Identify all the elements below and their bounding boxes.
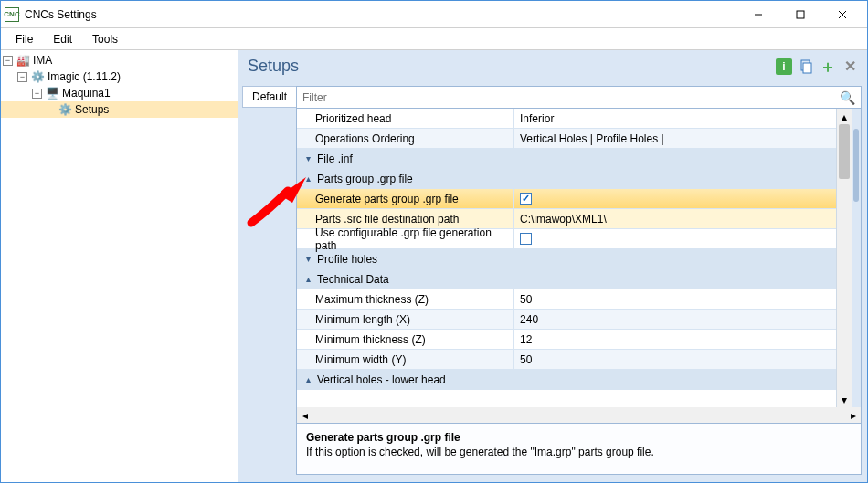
gear-icon: ⚙️ [58, 102, 72, 117]
content-area: Default 🔍 Prioritized head Inferior [238, 82, 867, 482]
cell-value[interactable]: 240 [514, 310, 836, 329]
scroll-track[interactable] [312, 407, 845, 423]
section-parts-group[interactable]: ▴Parts group .grp file [297, 169, 836, 189]
chevron-up-icon[interactable]: ▴ [302, 173, 313, 184]
cell-value[interactable]: 12 [514, 330, 836, 349]
device-icon: 🖥️ [45, 86, 59, 100]
app-icon: CNC [5, 7, 19, 22]
search-icon[interactable]: 🔍 [840, 90, 855, 105]
minimize-button[interactable] [737, 1, 779, 28]
checkbox-checked-icon[interactable] [520, 193, 532, 205]
tree-node-imagic[interactable]: − ⚙️ Imagic (1.11.2) [1, 68, 238, 85]
property-box: 🔍 Prioritized head Inferior Operations O… [296, 86, 862, 475]
cell-value[interactable] [514, 189, 836, 208]
svg-rect-1 [797, 11, 804, 18]
row-prioritized-head[interactable]: Prioritized head Inferior [297, 109, 836, 129]
chevron-up-icon[interactable]: ▴ [302, 374, 313, 384]
row-min-width-y[interactable]: Minimum width (Y) 50 [297, 350, 836, 370]
tab-default[interactable]: Default [242, 86, 296, 108]
scroll-track[interactable] [837, 124, 852, 392]
window-title: CNCs Settings [25, 8, 737, 21]
menu-file[interactable]: File [6, 30, 42, 48]
factory-icon: 🏭 [16, 53, 30, 68]
cell-label: Generate parts group .grp file [297, 189, 514, 208]
menu-bar: File Edit Tools [1, 28, 867, 50]
grid-wrap: Prioritized head Inferior Operations Ord… [297, 109, 861, 407]
copy-button[interactable] [798, 58, 814, 75]
tree-label: Imagic (1.11.2) [48, 70, 121, 83]
description-title: Generate parts group .grp file [306, 431, 852, 444]
tree-node-setups[interactable]: ⚙️ Setups [1, 101, 238, 118]
menu-edit[interactable]: Edit [44, 30, 81, 48]
filter-input[interactable] [302, 91, 840, 104]
cell-label: Minimum width (Y) [297, 350, 514, 369]
row-use-config-path[interactable]: Use configurable .grp file generation pa… [297, 229, 836, 249]
cell-value[interactable] [514, 229, 836, 248]
section-file-inf[interactable]: ▾File .inf [297, 149, 836, 169]
scroll-right-icon[interactable]: ▸ [845, 407, 861, 423]
description-panel: Generate parts group .grp file If this o… [297, 423, 861, 474]
cell-label: Minimum length (X) [297, 310, 514, 329]
section-vertical-lower[interactable]: ▴Vertical holes - lower head [297, 370, 836, 390]
panel-vertical-scrollbar[interactable] [852, 109, 861, 407]
body: − 🏭 IMA − ⚙️ Imagic (1.11.2) − 🖥️ Maquin… [1, 50, 867, 482]
close-button[interactable] [821, 1, 863, 28]
info-button[interactable]: i [776, 58, 792, 75]
cell-value[interactable]: Vertical Holes | Profile Holes | [514, 129, 836, 148]
tree-node-ima[interactable]: − 🏭 IMA [1, 52, 238, 68]
scroll-down-icon[interactable]: ▾ [837, 392, 852, 407]
cell-value[interactable]: 50 [514, 289, 836, 309]
property-grid: Prioritized head Inferior Operations Ord… [297, 109, 836, 407]
collapse-icon[interactable]: − [32, 89, 42, 99]
tree-label: Setups [75, 103, 109, 116]
section-label: Vertical holes - lower head [317, 373, 446, 386]
scroll-up-icon[interactable]: ▴ [837, 109, 852, 124]
grid-horizontal-scrollbar[interactable]: ◂ ▸ [297, 407, 861, 423]
cell-label: Minimum thickness (Z) [297, 330, 514, 349]
cell-value[interactable]: Inferior [514, 109, 836, 128]
chevron-up-icon[interactable]: ▴ [302, 274, 313, 284]
section-profile-holes[interactable]: ▾Profile holes [297, 249, 836, 269]
cell-label: Operations Ordering [297, 129, 514, 148]
row-min-thickness-z[interactable]: Minimum thickness (Z) 12 [297, 330, 836, 350]
panel-title: Setups [248, 57, 770, 76]
right-panel: Setups i ＋ ✕ Default 🔍 [238, 50, 867, 482]
menu-tools[interactable]: Tools [83, 30, 127, 48]
nav-tree: − 🏭 IMA − ⚙️ Imagic (1.11.2) − 🖥️ Maquin… [1, 50, 238, 482]
collapse-icon[interactable]: − [3, 56, 13, 66]
close-panel-button[interactable]: ✕ [842, 58, 858, 75]
section-technical-data[interactable]: ▴Technical Data [297, 269, 836, 289]
scroll-thumb[interactable] [839, 124, 850, 179]
row-generate-grp[interactable]: Generate parts group .grp file [297, 189, 836, 209]
row-operations-ordering[interactable]: Operations Ordering Vertical Holes | Pro… [297, 129, 836, 149]
title-bar: CNC CNCs Settings [1, 1, 867, 28]
maximize-button[interactable] [779, 1, 821, 28]
tree-label: Maquina1 [62, 87, 111, 100]
section-label: Technical Data [317, 273, 389, 286]
scroll-left-icon[interactable]: ◂ [297, 407, 312, 423]
cell-value[interactable]: 50 [514, 350, 836, 369]
cell-value[interactable]: C:\imawop\XML1\ [514, 209, 836, 228]
filter-row: 🔍 [297, 87, 861, 109]
chevron-down-icon[interactable]: ▾ [302, 254, 313, 264]
row-min-length-x[interactable]: Minimum length (X) 240 [297, 310, 836, 330]
chevron-down-icon[interactable]: ▾ [302, 153, 313, 163]
checkbox-unchecked-icon[interactable] [520, 233, 532, 245]
collapse-icon[interactable]: − [17, 72, 27, 82]
description-body: If this option is checked, will be gener… [306, 446, 852, 458]
section-label: Profile holes [317, 253, 377, 266]
row-max-thickness-z[interactable]: Maximum thickness (Z) 50 [297, 289, 836, 310]
panel-header: Setups i ＋ ✕ [238, 50, 867, 82]
cell-label: Maximum thickness (Z) [297, 289, 514, 309]
cell-label: Prioritized head [297, 109, 514, 128]
grid-vertical-scrollbar[interactable]: ▴ ▾ [836, 109, 852, 407]
tree-label: IMA [33, 54, 52, 67]
scroll-thumb[interactable] [853, 129, 859, 202]
machine-icon: ⚙️ [30, 69, 45, 84]
app-window: CNC CNCs Settings File Edit Tools − 🏭 IM… [0, 0, 868, 483]
section-label: File .inf [317, 152, 353, 165]
tree-node-maquina[interactable]: − 🖥️ Maquina1 [1, 85, 238, 101]
svg-rect-5 [803, 63, 811, 73]
add-button[interactable]: ＋ [820, 58, 836, 75]
cell-label: Use configurable .grp file generation pa… [297, 229, 514, 248]
